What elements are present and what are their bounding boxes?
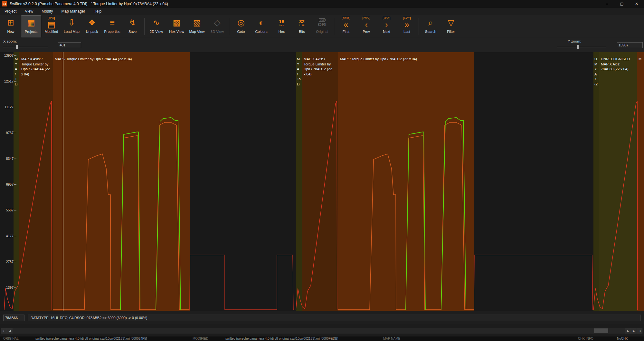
region-label-line: A [297, 67, 301, 72]
region-label-line: Li [15, 82, 18, 87]
toolbar-button-search[interactable]: ⌕Search [421, 15, 441, 37]
region-label-line: MAP: / Torque Limiter by Hpa / 78ABA4 (2… [55, 57, 132, 62]
region-label-line: MAP: / Torque Limiter by Hpa / 78AD12 (2… [340, 57, 417, 62]
toolbar-button-save[interactable]: ↯Save [122, 15, 143, 37]
toolbar-separator [229, 18, 229, 35]
menu-item-help[interactable]: Help [94, 9, 102, 14]
y-zoom-slider[interactable] [557, 45, 606, 49]
toolbar-button-3d-view[interactable]: ◇3D View [207, 15, 227, 37]
last-icon: LAST» [403, 17, 410, 29]
3d-view-icon: ◇ [214, 17, 221, 29]
minimize-button[interactable]: – [600, 0, 614, 8]
first-icon-tag: FIRST [342, 17, 350, 20]
toolbar-button-2d-view[interactable]: ∿2D View [146, 15, 166, 37]
region-label-line: M [15, 57, 18, 62]
y-axis-tick [14, 236, 16, 236]
toolbar-button-new[interactable]: ⊞New [1, 15, 21, 37]
toolbar-button-original[interactable]: MODORIOriginal [312, 15, 332, 37]
map-region-label-unrec-y-axis-78ae80: UMYA7(2 [594, 57, 598, 87]
modified-icon-glyph: ▤ [47, 20, 55, 29]
maximize-button[interactable]: ▢ [614, 0, 629, 8]
region-label-line: MAP X Axis: / [304, 57, 332, 62]
region-label-line: x 04) [304, 72, 332, 77]
region-label-line: / [297, 72, 301, 77]
toolbar-button-modified[interactable]: MOD▤Modified [41, 15, 62, 37]
app-logo-icon: ST [2, 1, 7, 6]
new-project-icon-glyph: ⊞ [7, 18, 14, 27]
toolbar-button-properties[interactable]: ≡Properties [102, 15, 122, 37]
status-row: DATATYPE: 16HL DEC; CURSOR: 078ABB2 => 6… [0, 311, 644, 324]
bits-32-icon-glyph: 32 [299, 19, 305, 24]
toolbar-button-first[interactable]: FIRST«First [336, 15, 356, 37]
scrollbar-thumb[interactable] [594, 328, 608, 333]
cursor-line [63, 52, 63, 311]
region-label-line: x 04) [21, 72, 50, 77]
toolbar-label-last: Last [403, 30, 410, 34]
toolbar-button-goto[interactable]: ◎Goto [231, 15, 251, 37]
toolbar-label-map-view: Map View [189, 30, 204, 34]
y-axis-label: 6957 [1, 182, 14, 186]
toolbar-label-colours: Colours [255, 30, 268, 34]
menu-item-modify[interactable]: Modify [42, 9, 53, 14]
menu-item-view[interactable]: View [25, 9, 33, 14]
map-region-label-map-78aba4: MAP: / Torque Limiter by Hpa / 78ABA4 (2… [55, 57, 132, 62]
search-icon-glyph: ⌕ [428, 18, 433, 27]
toolbar-button-load-map[interactable]: ⇩Load Map [62, 15, 82, 37]
hex-view-icon-glyph: ▩ [173, 18, 181, 27]
region-label-line: Hpa / 78ABA4 (22 [21, 67, 50, 72]
scrollbar-track[interactable] [13, 328, 625, 334]
scroll-left-button-0[interactable]: ⇤ [1, 328, 7, 334]
y-axis-tick [14, 107, 16, 107]
first-icon: FIRST« [342, 17, 350, 29]
statusbar-item-nochk: NoCHK [617, 337, 628, 340]
original-icon-glyph: ORI [318, 22, 327, 27]
region-label-line: Y [297, 62, 301, 67]
region-label-line: UNRECOGNISED [601, 57, 630, 62]
y-zoom-slider-thumb[interactable] [577, 45, 579, 49]
bits-32-icon: 32LoHi [299, 17, 305, 29]
region-label-line: Li [297, 82, 301, 87]
address-input[interactable] [3, 315, 24, 321]
toolbar-label-unpack: Unpack [86, 30, 98, 34]
y-axis-label: 12517 [1, 79, 14, 83]
toolbar-button-hex-view[interactable]: ▩Hex View [166, 15, 187, 37]
close-button[interactable]: ✕ [629, 0, 644, 8]
region-label-line: Y [15, 62, 18, 67]
toolbar-button-filter[interactable]: ▽Filter [441, 15, 461, 37]
y-zoom-input[interactable] [617, 42, 643, 48]
scroll-left-button-1[interactable]: ◀ [7, 328, 13, 334]
map-view-icon: ▧ [193, 17, 201, 29]
toolbar-button-hex[interactable]: 16HexHex [271, 15, 292, 37]
toolbar-button-colours[interactable]: ◐Colours [251, 15, 271, 37]
region-label-line: Torque Limiter by [21, 62, 50, 67]
map-region-label-map-x-axis-78ad12: MAP X Axis: /Torque Limiter byHpa / 78AD… [304, 57, 332, 77]
menu-item-project[interactable]: Project [5, 9, 16, 14]
x-zoom-slider-thumb[interactable] [16, 45, 18, 49]
toolbar-button-map-view[interactable]: ▧Map View [187, 15, 207, 37]
menu-item-map-manager[interactable]: Map Manager [62, 9, 85, 14]
toolbar-button-bits[interactable]: 32LoHiBits [292, 15, 312, 37]
next-icon-tag: NEXT [383, 17, 390, 20]
curve-map-1-green-a [120, 132, 140, 310]
toolbar-label-properties: Properties [104, 30, 120, 34]
toolbar-button-unpack[interactable]: ❖Unpack [82, 15, 102, 37]
toolbar-separator [419, 18, 419, 35]
x-zoom-slider[interactable] [3, 45, 48, 49]
toolbar-button-prev[interactable]: PREV‹Prev [356, 15, 376, 37]
chart-area[interactable]: MYA/TLiMAP X Axis: /Torque Limiter byHpa… [0, 52, 644, 311]
scroll-right-button-2[interactable]: ⇥ [637, 328, 642, 334]
region-label-line: 7 [594, 77, 598, 82]
projects-icon-glyph: ▦ [27, 18, 35, 27]
toolbar-button-last[interactable]: LAST»Last [397, 15, 417, 37]
scrollbar[interactable]: ⇤◀▶▶⇥ [1, 328, 643, 334]
toolbar-label-save: Save [128, 30, 137, 34]
scroll-right-button-1[interactable]: ▶ [631, 328, 637, 334]
x-zoom-input[interactable] [58, 42, 81, 48]
toolbar-button-next[interactable]: NEXT›Next [376, 15, 397, 37]
y-axis-tick [14, 262, 16, 262]
hex-16-icon: 16Hex [279, 17, 284, 29]
prev-icon-tag: PREV [363, 17, 370, 20]
region-label-line: (2 [594, 82, 598, 87]
toolbar-button-projects[interactable]: ▦Projects [21, 15, 41, 37]
scroll-right-button-0[interactable]: ▶ [625, 328, 631, 334]
